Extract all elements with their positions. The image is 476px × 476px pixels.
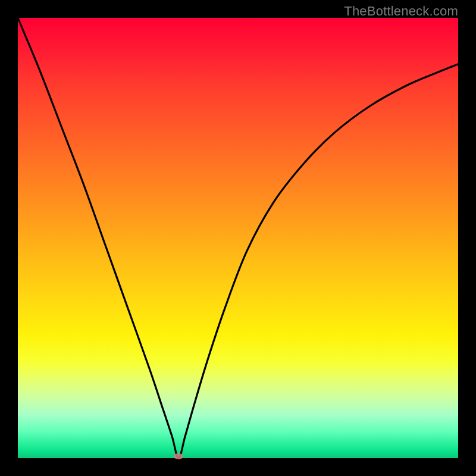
watermark-text: TheBottleneck.com bbox=[344, 4, 458, 19]
bottleneck-curve bbox=[18, 18, 458, 458]
minimum-marker bbox=[174, 453, 183, 459]
chart-frame: TheBottleneck.com bbox=[0, 0, 476, 476]
plot-area bbox=[18, 18, 458, 458]
curve-svg bbox=[18, 18, 458, 458]
